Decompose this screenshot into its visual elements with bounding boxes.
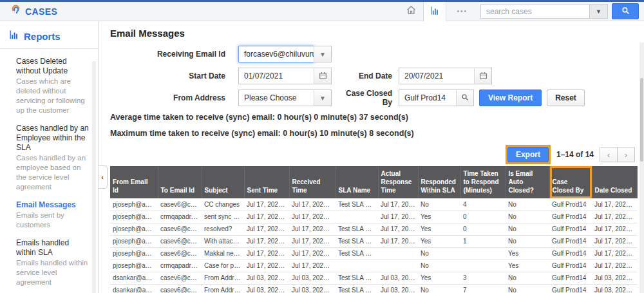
table-cell: Case for prod xyxy=(202,260,244,272)
end-date-calendar-button[interactable] xyxy=(474,68,492,84)
sidebar-item-email-messages[interactable]: Email MessagesEmails sent by customers xyxy=(16,200,89,230)
table-cell: No xyxy=(506,211,549,223)
case-closed-by-input[interactable] xyxy=(399,90,457,106)
search-input[interactable] xyxy=(481,5,589,18)
table-cell: casev6@chilu... xyxy=(158,198,202,211)
home-button[interactable] xyxy=(399,2,423,21)
table-cell: No xyxy=(506,272,549,284)
table-cell: casev6@chilu... xyxy=(158,272,202,284)
table-cell: Gulf Prod14 xyxy=(549,235,592,247)
table-cell: 1 xyxy=(460,235,506,247)
sidebar-item-emails-handled-within-sla[interactable]: Emails handled within SLAEmails handled … xyxy=(16,238,89,287)
global-search: ▼ xyxy=(480,4,608,19)
table-cell: Jul 17, 2021 ... xyxy=(289,223,336,235)
search-scope-dropdown[interactable]: ▼ xyxy=(589,5,607,18)
table-cell: From Addres... xyxy=(202,284,244,293)
table-row[interactable]: dsankar@appt...casev6@chilu...From Addre… xyxy=(110,284,637,293)
table-cell: Jul 03, 2021 ... xyxy=(289,272,336,284)
table-cell: 0 xyxy=(460,211,506,223)
table-cell: 7 xyxy=(460,284,506,293)
table-row[interactable]: pjoseph@appt...casev6@chilu...CC changes… xyxy=(110,198,637,211)
table-cell: Jul 03, 2021 ... xyxy=(244,284,289,293)
sidebar-header: Reports xyxy=(0,21,98,49)
table-header-row: From Email IdTo Email IdSubjectSent Time… xyxy=(110,166,637,198)
table-cell: Yes xyxy=(506,260,549,272)
export-annotation-highlight: Export xyxy=(506,145,551,164)
table-cell: Jul 17, 2021 ... xyxy=(289,198,336,211)
case-closed-by-label: Case Closed By xyxy=(338,89,392,107)
home-icon xyxy=(406,5,417,17)
chevron-down-icon: ▼ xyxy=(596,8,601,15)
from-address-value[interactable]: Please Choose xyxy=(238,90,314,106)
receiving-email-id-select: forcasev6@chiluvuru.com ▼ xyxy=(238,46,332,62)
table-cell: Gulf Prod14 xyxy=(549,198,592,211)
table-cell: Gulf Prod14 xyxy=(549,272,592,284)
filter-actions: View Report Reset xyxy=(479,90,585,106)
page-scrollbar[interactable] xyxy=(639,43,644,293)
page-title: Email Messages xyxy=(110,28,636,39)
start-date-input[interactable] xyxy=(238,68,314,84)
scrollbar-thumb[interactable] xyxy=(640,78,643,162)
table-cell: Test SLA Shift xyxy=(336,272,378,284)
pagination-range-text: 1–14 of 14 xyxy=(556,150,594,159)
reports-tab-button[interactable] xyxy=(423,2,446,21)
reset-button[interactable]: Reset xyxy=(547,90,585,106)
from-address-dropdown-button[interactable]: ▼ xyxy=(314,90,332,106)
export-button[interactable]: Export xyxy=(507,147,549,162)
start-date-calendar-button[interactable] xyxy=(314,68,332,84)
case-closed-by-lookup-button[interactable] xyxy=(456,90,474,106)
view-report-button[interactable]: View Report xyxy=(479,90,542,106)
table-row[interactable]: pjoseph@appt...casev6@chilu...Makkal nee… xyxy=(110,247,637,260)
sidebar-item-title: Cases handled by an Employee within the … xyxy=(16,124,89,153)
table-row[interactable]: pjoseph@appt...crmqapadreal...sent sync … xyxy=(110,211,637,223)
more-menu-button[interactable]: ••• xyxy=(453,7,471,15)
sidebar-item-title: Email Messages xyxy=(16,200,89,210)
previous-page-button[interactable]: ‹ xyxy=(600,147,618,162)
table-cell: Gulf Prod14 xyxy=(549,260,592,272)
table-cell: pjoseph@appt... xyxy=(110,211,158,223)
table-row[interactable]: dsankar@appt...casev6@chilu...From Addre… xyxy=(110,272,637,284)
app-logo[interactable]: CASES xyxy=(10,5,57,18)
table-cell: Jul 17, 2021 ... xyxy=(289,260,336,272)
table-row[interactable]: pjoseph@appt...casev6@chilu...With attac… xyxy=(110,235,637,247)
table-cell: casev6@chilu... xyxy=(158,223,202,235)
table-cell: Yes xyxy=(418,223,460,235)
table-body: pjoseph@appt...casev6@chilu...CC changes… xyxy=(110,198,637,293)
table-cell xyxy=(460,247,506,260)
sidebar-item-cases-handled-by-an-employee-within-the-sla[interactable]: Cases handled by an Employee within the … xyxy=(16,124,89,192)
table-cell: Yes xyxy=(418,272,460,284)
report-stats: Average time taken to receive (sync) ema… xyxy=(110,113,636,138)
table-row[interactable]: pjoseph@appt...casev6@chilu...resolved?J… xyxy=(110,223,637,235)
table-cell: Makkal need... xyxy=(202,247,244,260)
sidebar-item-cases-deleted-without-update[interactable]: Cases Deleted without UpdateCases which … xyxy=(16,57,89,115)
table-row[interactable]: pjoseph@appt...crmqapadreal...Case for p… xyxy=(110,260,637,272)
sidebar-scrollbar[interactable] xyxy=(92,61,96,293)
maximum-time-text: Maximum time taken to receive (sync) ema… xyxy=(110,129,636,138)
table-cell: Jul 03, 2021 ... xyxy=(378,284,418,293)
sidebar-collapse-handle[interactable]: ‹ xyxy=(99,165,108,189)
table-cell: No xyxy=(418,284,460,293)
column-header-sent-time: Sent Time xyxy=(244,166,289,198)
column-header-time-taken-to-respond-minutes: Time Taken to Respond (Minutes) xyxy=(460,166,506,198)
table-cell: Jul 17, 2021 ... xyxy=(244,247,289,260)
reports-chart-icon xyxy=(8,30,19,43)
receiving-email-id-value[interactable]: forcasev6@chiluvuru.com xyxy=(238,46,314,62)
chevron-left-icon: ‹ xyxy=(101,173,104,181)
column-header-is-email-auto-closed: Is Email Auto Closed? xyxy=(506,166,549,198)
pagination-controls: ‹ › xyxy=(600,147,635,162)
table-cell xyxy=(336,211,378,223)
table-cell: Test SLA Shift xyxy=(336,247,378,260)
receiving-email-id-dropdown-button[interactable]: ▼ xyxy=(314,46,332,62)
next-page-button[interactable]: › xyxy=(617,147,635,162)
table-cell: No xyxy=(418,198,460,211)
sidebar-item-title: Emails handled within SLA xyxy=(16,238,89,258)
table-cell: Jul 17, 2021 ... xyxy=(244,211,289,223)
column-header-case-closed-by: Case Closed By xyxy=(549,166,592,198)
sidebar-title: Reports xyxy=(24,31,61,42)
sidebar-item-description: Emails sent by customers xyxy=(16,211,89,230)
search-button[interactable] xyxy=(612,3,639,19)
table-cell: pjoseph@appt... xyxy=(110,247,158,260)
sidebar-item-description: Cases handled by an employee based on th… xyxy=(16,153,89,192)
end-date-input[interactable] xyxy=(399,68,475,84)
table-cell: pjoseph@appt... xyxy=(110,223,158,235)
